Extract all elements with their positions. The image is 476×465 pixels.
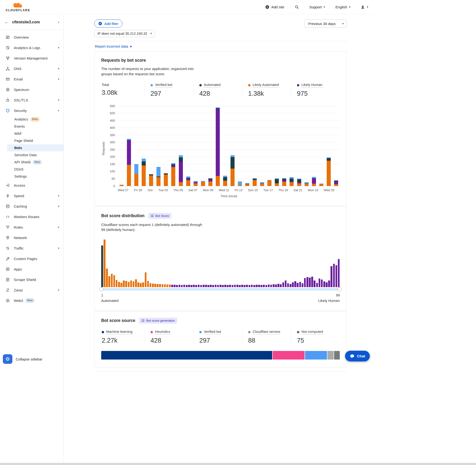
hist-bar-25[interactable] [159,284,161,287]
hist-bar-37[interactable] [188,285,190,287]
stat-label[interactable]: Machine learning [106,330,132,335]
sidebar-item-spectrum[interactable]: Spectrum [0,84,63,95]
hist-bar-32[interactable] [176,285,178,287]
hist-bar-15[interactable] [135,279,137,287]
hist-bar-7[interactable] [116,280,118,287]
hist-bar-47[interactable] [212,285,214,287]
stat-label[interactable]: Automated [204,83,221,88]
hist-bar-97[interactable] [333,264,335,287]
hist-bar-62[interactable] [249,285,251,287]
hist-bar-23[interactable] [154,284,156,287]
support-menu[interactable]: Support ▾ [309,5,325,9]
hist-bar-78[interactable] [287,283,289,287]
bar-segment-verified-bot[interactable] [157,167,160,176]
sidebar-item-zaraz[interactable]: Zaraz▾ [0,285,63,295]
hist-bar-96[interactable] [330,266,332,287]
user-menu[interactable]: ▾ [361,5,368,9]
bar-segment-likely-automated[interactable] [231,169,234,186]
sidebar-item-custom-pages[interactable]: Custom Pages [0,253,63,264]
stat-label[interactable]: Likely Human [301,83,322,88]
sidebar-item-workers-routes[interactable]: Workers Routes [0,211,63,222]
bar-segment-likely-automated[interactable] [201,182,205,186]
bar-segment-likely-human[interactable] [179,162,183,182]
hist-bar-21[interactable] [149,283,151,287]
bar-segment-likely-automated[interactable] [171,167,175,186]
hist-bar-63[interactable] [251,285,253,287]
hist-bar-14[interactable] [133,281,135,287]
hist-bar-79[interactable] [290,284,291,287]
sidebar-item-settings[interactable]: Settings [0,173,63,180]
hist-bar-75[interactable] [280,284,282,287]
add-site-button[interactable]: Add site [265,5,284,9]
site-name[interactable]: cftestsite3.com [12,20,40,24]
hist-bar-36[interactable] [186,285,188,287]
hist-bar-87[interactable] [309,278,311,287]
bar-segment-likely-automated[interactable] [260,184,264,186]
hist-bar-43[interactable] [203,285,205,287]
hist-bar-49[interactable] [217,285,219,287]
hist-bar-13[interactable] [130,280,132,287]
bar-segment-likely-automated[interactable] [194,183,198,186]
sidebar-item-analytics[interactable]: AnalyticsBeta [0,116,63,123]
bar-segment-automated[interactable] [142,161,146,166]
hist-bar-88[interactable] [311,277,313,287]
hist-bar-51[interactable] [222,285,224,287]
bar-segment-likely-automated[interactable] [127,165,131,186]
bar-segment-likely-automated[interactable] [149,176,153,186]
hist-bar-54[interactable] [229,285,231,287]
hist-bar-70[interactable] [268,285,270,287]
bar-segment-automated[interactable] [327,158,331,161]
score-range-slider[interactable] [101,288,340,290]
bar-segment-likely-automated[interactable] [245,184,249,186]
hist-bar-40[interactable] [195,285,197,287]
bar-segment-likely-automated[interactable] [223,181,227,186]
back-arrow-icon[interactable]: ← [4,20,9,25]
sidebar-item-ddos[interactable]: DDoS [0,166,63,173]
hist-bar-80[interactable] [292,282,294,287]
sidebar-item-web3[interactable]: Web3New [0,295,63,306]
hist-bar-98[interactable] [336,265,338,287]
bar-segment-likely-automated[interactable] [327,161,331,186]
source-segment-not-computed[interactable] [334,351,340,359]
hist-bar-81[interactable] [294,281,296,287]
hist-bar-99[interactable] [338,259,340,287]
bar-segment-likely-human[interactable] [334,182,338,184]
hist-bar-85[interactable] [304,278,306,287]
hist-bar-22[interactable] [152,284,154,287]
hist-bar-61[interactable] [246,285,248,287]
bar-segment-likely-automated[interactable] [157,177,160,186]
bar-segment-likely-automated[interactable] [253,180,257,186]
horizontal-scrollbar[interactable] [0,463,476,465]
source-segment-verified-bot[interactable] [305,351,328,359]
bar-segment-likely-automated[interactable] [305,184,309,186]
hist-bar-67[interactable] [261,285,262,287]
hist-bar-82[interactable] [297,283,299,287]
hist-bar-34[interactable] [181,285,183,287]
bar-segment-automated[interactable] [290,179,294,181]
hist-bar-68[interactable] [263,285,265,287]
bar-segment-likely-automated[interactable] [334,184,338,186]
hist-bar-83[interactable] [299,282,301,287]
hist-bar-92[interactable] [321,280,323,287]
hist-bar-71[interactable] [270,285,272,287]
hist-bar-26[interactable] [162,284,164,287]
hist-bar-39[interactable] [193,285,195,287]
bar-segment-likely-automated[interactable] [275,183,279,186]
hist-bar-69[interactable] [265,285,267,287]
stat-label[interactable]: Verified bot [155,83,172,88]
hist-bar-55[interactable] [232,285,233,287]
bar-segment-likely-human[interactable] [312,178,316,184]
date-range-select[interactable]: Previous 30 days ▾ [305,20,347,28]
sidebar-item-waf[interactable]: WAF [0,130,63,137]
hist-bar-60[interactable] [243,285,245,287]
language-menu[interactable]: English ▾ [336,5,350,9]
hist-bar-1[interactable] [101,245,103,287]
hist-bar-89[interactable] [314,280,316,287]
bar-segment-likely-automated[interactable] [164,175,168,186]
slider-handle-max[interactable] [338,287,342,291]
hist-bar-17[interactable] [140,283,142,287]
hist-bar-20[interactable] [147,281,149,287]
sidebar-item-rules[interactable]: Rules▾ [0,222,63,232]
bot-score-badge[interactable]: Bot Score [148,213,171,219]
hist-bar-45[interactable] [207,285,209,287]
